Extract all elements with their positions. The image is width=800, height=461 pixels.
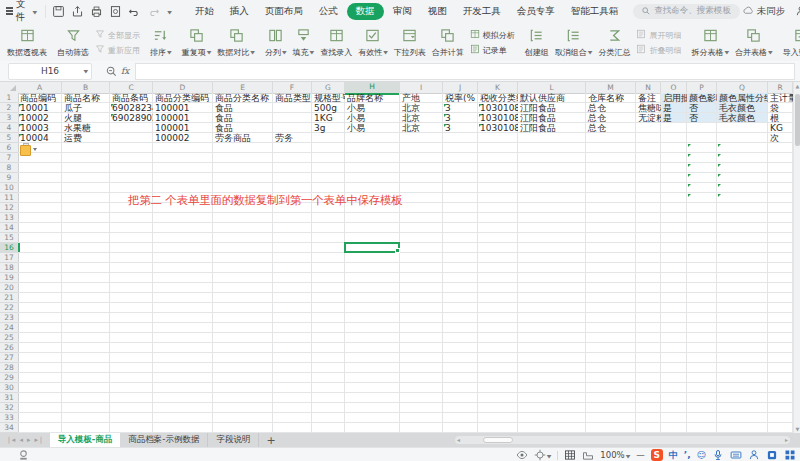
ribbon-button-hide-detail[interactable]: 折叠明细 xyxy=(636,44,681,56)
menu-tab-view[interactable]: 视图 xyxy=(421,3,454,20)
ribbon-button-data-compare[interactable]: 数据对比▼ xyxy=(214,28,258,56)
row-header-28[interactable]: 28 xyxy=(0,363,19,373)
cell-L2[interactable]: 江阳食品 xyxy=(518,103,586,113)
undo-icon[interactable] xyxy=(128,5,141,18)
cell-G4[interactable]: 3g xyxy=(312,123,345,133)
cell-D2[interactable]: 100001 xyxy=(153,103,213,113)
horizontal-scroll-thumb[interactable] xyxy=(483,437,513,443)
locate-cell-icon[interactable]: ▼ xyxy=(534,449,552,461)
cell-Q2[interactable]: 毛衣颜色 xyxy=(717,103,768,113)
scroll-right-icon[interactable]: ▸ xyxy=(785,436,788,444)
row-header-11[interactable]: 11 xyxy=(0,193,19,203)
ribbon-button-split-table[interactable]: 拆分表格▼ xyxy=(688,28,732,56)
row-header-26[interactable]: 26 xyxy=(0,343,19,353)
row-header-9[interactable]: 9 xyxy=(0,173,19,183)
page-layout-view-icon[interactable] xyxy=(582,449,594,461)
row-header-4[interactable]: 4 xyxy=(0,123,19,133)
menu-tab-formulas[interactable]: 公式 xyxy=(312,3,345,20)
first-sheet-icon[interactable]: ❘◂ xyxy=(6,436,15,444)
cell-R5[interactable]: 次 xyxy=(768,133,793,143)
row-header-16[interactable]: 16 xyxy=(0,243,20,253)
row-header-29[interactable]: 29 xyxy=(0,373,19,383)
cell-J4[interactable]: 3 xyxy=(443,123,478,133)
cell-M2[interactable]: 总仓 xyxy=(586,103,636,113)
row-header-12[interactable]: 12 xyxy=(0,203,19,213)
cell-R2[interactable]: 袋 xyxy=(768,103,793,113)
ribbon-button-auto-filter[interactable]: 自动筛选 xyxy=(54,28,92,56)
cell-M1[interactable]: 仓库名称 xyxy=(586,93,636,103)
cell-H4[interactable]: 小易 xyxy=(345,123,400,133)
print-icon[interactable] xyxy=(90,5,103,18)
ribbon-button-what-if[interactable]: 模拟分析 xyxy=(470,29,515,41)
cell-B1[interactable]: 商品名称 xyxy=(62,93,110,103)
cells-area[interactable]: 商品编码商品名称商品条码商品分类编码商品分类名称商品类型规格型号品牌名称产地税率… xyxy=(18,93,793,433)
cell-L1[interactable]: 默认供应商 xyxy=(518,93,586,103)
fx-label[interactable]: fx xyxy=(121,66,129,76)
vertical-scrollbar[interactable]: ▲ ▼ xyxy=(793,82,800,433)
cell-P3[interactable]: 否 xyxy=(687,113,717,123)
ime-punctuation-icon[interactable]: ’, xyxy=(684,450,691,460)
print-preview-icon[interactable] xyxy=(109,5,122,18)
sheet-tab-field-notes[interactable]: 字段说明 xyxy=(208,433,259,447)
menu-tab-member[interactable]: 会员专享 xyxy=(510,3,562,20)
row-header-2[interactable]: 2 xyxy=(0,103,19,113)
menu-tab-dev-tools[interactable]: 开发工具 xyxy=(456,3,508,20)
ribbon-button-ungroup[interactable]: 取消组合▼ xyxy=(552,28,596,56)
row-header-13[interactable]: 13 xyxy=(0,213,19,223)
cell-I1[interactable]: 产地 xyxy=(400,93,443,103)
cell-Q3[interactable]: 毛衣颜色 xyxy=(717,113,768,123)
ime-toolbox-icon[interactable] xyxy=(766,449,778,461)
ribbon-button-dropdown-list[interactable]: 下拉列表 xyxy=(391,28,429,56)
scroll-down-icon[interactable]: ▼ xyxy=(795,426,800,432)
cell-N2[interactable]: 焦糖味 xyxy=(636,103,661,113)
cell-E4[interactable]: 食品 xyxy=(213,123,273,133)
menu-tab-review[interactable]: 审阅 xyxy=(386,3,419,20)
ime-person-icon[interactable] xyxy=(748,449,760,461)
row-header-31[interactable]: 31 xyxy=(0,393,19,403)
row-header-6[interactable]: 6 xyxy=(0,143,19,153)
formula-input[interactable] xyxy=(135,63,795,80)
sheet-tab-import-template-goods[interactable]: 导入模板-商品 xyxy=(50,433,121,447)
cell-E5[interactable]: 劳务商品 xyxy=(213,133,273,143)
ribbon-button-find-entry[interactable]: 查找录入 xyxy=(317,28,355,56)
cell-D5[interactable]: 100002 xyxy=(153,133,213,143)
ribbon-button-pivot-table[interactable]: 数据透视表 xyxy=(4,28,50,56)
cell-A5[interactable]: 10004 xyxy=(18,133,62,143)
cell-J2[interactable]: 3 xyxy=(443,103,478,113)
cell-B4[interactable]: 水果糖 xyxy=(62,123,110,133)
row-header-5[interactable]: 5 xyxy=(0,133,19,143)
ribbon-button-merge-table[interactable]: 合并表格▼ xyxy=(732,28,776,56)
ribbon-button-reapply[interactable]: 重新应用 xyxy=(95,44,140,56)
cell-L3[interactable]: 江阳食品 xyxy=(518,113,586,123)
ribbon-button-validation[interactable]: 有效性▼ xyxy=(355,28,391,56)
horizontal-scrollbar[interactable]: ◂ ▸ xyxy=(455,436,790,444)
cell-E2[interactable]: 食品 xyxy=(213,103,273,113)
redo-icon[interactable] xyxy=(147,5,160,18)
row-header-33[interactable]: 33 xyxy=(0,413,19,423)
cell-K3[interactable]: 10301080 xyxy=(478,113,518,123)
fill-handle[interactable] xyxy=(395,248,400,253)
vertical-scroll-thumb[interactable] xyxy=(795,94,800,146)
cell-F1[interactable]: 商品类型 xyxy=(273,93,312,103)
titlebar-collaborate-button[interactable]: 协作 xyxy=(795,5,800,18)
cell-E1[interactable]: 商品分类名称 xyxy=(213,93,273,103)
magnifier-icon[interactable] xyxy=(106,66,117,77)
ribbon-button-show-detail[interactable]: 展开明细 xyxy=(636,29,681,41)
cell-G1[interactable]: 规格型号 xyxy=(312,93,345,103)
active-cell-selection[interactable] xyxy=(344,242,400,253)
cell-Q1[interactable]: 颜色属性分组 xyxy=(717,93,768,103)
ime-voice-icon[interactable] xyxy=(712,449,724,461)
ime-grid-icon[interactable] xyxy=(784,449,796,461)
row-header-18[interactable]: 18 xyxy=(0,263,19,273)
row-header-21[interactable]: 21 xyxy=(0,293,19,303)
zoom-level[interactable]: 100%▼ xyxy=(600,450,630,460)
zoom-out-button[interactable]: — xyxy=(636,450,645,460)
ribbon-button-sort[interactable]: 排序▼ xyxy=(147,28,175,56)
row-header-19[interactable]: 19 xyxy=(0,273,19,283)
row-header-27[interactable]: 27 xyxy=(0,353,19,363)
sheet-nav-arrows[interactable]: ❘◂ ◂ ▸ ▸❘ xyxy=(0,433,50,447)
cell-A4[interactable]: 10003 xyxy=(18,123,62,133)
ribbon-button-import-data[interactable]: 导入数据▼ xyxy=(780,28,800,56)
cell-P1[interactable]: 颜色影响 xyxy=(687,93,717,103)
cell-P2[interactable]: 否 xyxy=(687,103,717,113)
